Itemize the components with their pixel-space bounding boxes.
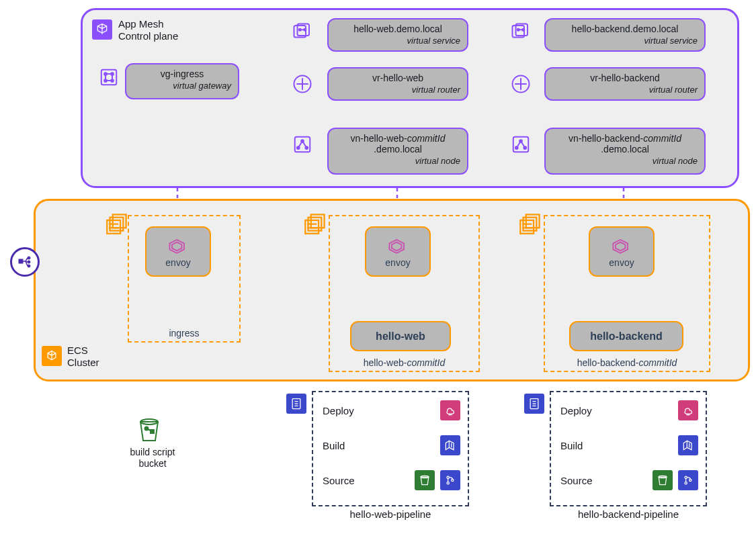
virtual-service-icon xyxy=(511,22,531,42)
codepipeline-icon xyxy=(524,394,544,414)
s3-bucket-icon xyxy=(137,416,161,443)
envoy-ingress-box: envoy xyxy=(145,226,211,277)
virtual-node-icon xyxy=(292,134,312,154)
hello-backend-box: hello-backend xyxy=(569,321,683,351)
svg-point-53 xyxy=(447,476,449,478)
hello-web-group-label: hello-web-commitId xyxy=(330,357,478,368)
envoy-label: envoy xyxy=(385,257,410,268)
svg-point-45 xyxy=(28,257,30,259)
hello-web-box: hello-web xyxy=(350,321,451,351)
web-node-name-pre: vn-hello-web- xyxy=(351,133,407,144)
backend-node-name-commit: commitId xyxy=(643,133,681,144)
web-node-name: vn-hello-web-commitId .demo.local xyxy=(335,133,460,154)
envoy-backend-box: envoy xyxy=(589,226,655,277)
backend-node-name-pre: vn-hello-backend- xyxy=(569,133,643,144)
ingress-group-label: ingress xyxy=(129,328,239,339)
codebuild-icon xyxy=(440,435,460,455)
web-virtual-router-node: vr-hello-web virtual router xyxy=(327,67,468,101)
task-stack-icon xyxy=(104,214,127,236)
backend-node-type: virtual node xyxy=(552,156,698,166)
backend-svc-type: virtual service xyxy=(552,36,698,46)
ecs-icon xyxy=(42,346,62,366)
ecs-title-l1: ECS xyxy=(67,345,99,357)
svg-rect-34 xyxy=(305,220,319,234)
appmesh-icon xyxy=(92,19,112,40)
web-node-name-commit: commitId xyxy=(407,133,446,144)
envoy-icon xyxy=(386,236,410,256)
backend-source-row: Source xyxy=(560,470,698,490)
bucket-label-l1: build script xyxy=(122,447,183,458)
envoy-label: envoy xyxy=(609,257,634,268)
hello-web-group-pre: hello-web- xyxy=(364,357,407,368)
deploy-label: Deploy xyxy=(560,405,592,416)
web-node-name-post: .demo.local xyxy=(374,144,422,154)
svg-point-47 xyxy=(28,265,30,267)
appmesh-title-l1: App Mesh xyxy=(118,18,178,30)
build-label: Build xyxy=(323,440,345,451)
web-router-name: vr-hello-web xyxy=(335,73,460,83)
bucket-label: build script bucket xyxy=(122,447,183,469)
hello-backend-pipeline-label: hello-backend-pipeline xyxy=(551,508,706,520)
ecs-title: ECS Cluster xyxy=(67,345,99,369)
ecs-title-l2: Cluster xyxy=(67,357,99,369)
envoy-web-box: envoy xyxy=(365,226,431,277)
virtual-gateway-icon xyxy=(99,67,119,87)
svg-point-58 xyxy=(685,476,687,478)
vg-ingress-type: virtual gateway xyxy=(133,81,231,91)
backend-svc-name: hello-backend.demo.local xyxy=(552,24,698,34)
appmesh-title: App Mesh Control plane xyxy=(118,18,178,42)
web-svc-type: virtual service xyxy=(335,36,460,46)
svg-rect-50 xyxy=(151,430,154,433)
svg-rect-25 xyxy=(513,137,529,152)
hello-web-pipeline-label: hello-web-pipeline xyxy=(313,508,468,520)
svg-point-46 xyxy=(28,261,30,263)
web-source-row: Source xyxy=(323,470,460,490)
virtual-service-icon xyxy=(292,22,312,42)
build-label: Build xyxy=(560,440,583,451)
web-node-type: virtual node xyxy=(335,156,460,166)
source-label: Source xyxy=(323,475,355,486)
web-svc-name: hello-web.demo.local xyxy=(335,24,460,34)
svg-point-59 xyxy=(685,482,687,484)
s3-icon xyxy=(653,470,673,490)
envoy-icon xyxy=(166,236,190,256)
hello-backend-group-commit: commitId xyxy=(639,357,677,368)
web-virtual-service-node: hello-web.demo.local virtual service xyxy=(327,18,468,52)
svg-rect-39 xyxy=(520,220,534,234)
svg-point-54 xyxy=(447,482,449,484)
vg-ingress-node: vg-ingress virtual gateway xyxy=(125,63,239,99)
backend-build-row: Build xyxy=(560,435,698,455)
backend-node-name: vn-hello-backend-commitId .demo.local xyxy=(552,133,698,154)
svg-rect-44 xyxy=(19,259,23,263)
svg-rect-29 xyxy=(107,220,120,234)
cloudformation-icon xyxy=(440,400,460,420)
codecommit-icon xyxy=(678,470,698,490)
task-stack-icon xyxy=(302,214,325,236)
internet-gateway-icon xyxy=(10,247,40,277)
svg-rect-6 xyxy=(101,70,117,85)
backend-node-name-post: .demo.local xyxy=(601,144,649,154)
source-label: Source xyxy=(560,475,593,486)
s3-icon xyxy=(415,470,435,490)
web-build-row: Build xyxy=(323,435,460,455)
virtual-router-icon xyxy=(292,74,312,94)
hello-web-group-commit: commitId xyxy=(407,357,445,368)
web-router-type: virtual router xyxy=(335,85,460,95)
svg-rect-36 xyxy=(311,214,325,228)
vg-ingress-name: vg-ingress xyxy=(133,69,231,79)
hello-backend-group-pre: hello-backend- xyxy=(577,357,639,368)
backend-virtual-service-node: hello-backend.demo.local virtual service xyxy=(544,18,706,52)
codebuild-icon xyxy=(678,435,698,455)
backend-deploy-row: Deploy xyxy=(560,400,698,420)
web-virtual-node: vn-hello-web-commitId .demo.local virtua… xyxy=(327,128,468,175)
envoy-icon xyxy=(610,236,634,256)
backend-virtual-node: vn-hello-backend-commitId .demo.local vi… xyxy=(544,128,706,175)
codecommit-icon xyxy=(440,470,460,490)
backend-virtual-router-node: vr-hello-backend virtual router xyxy=(544,67,706,101)
cloudformation-icon xyxy=(678,400,698,420)
codepipeline-icon xyxy=(286,394,306,414)
deploy-label: Deploy xyxy=(323,405,354,416)
hello-web-box-label: hello-web xyxy=(376,330,425,343)
virtual-router-icon xyxy=(511,74,531,94)
svg-rect-41 xyxy=(526,214,540,228)
